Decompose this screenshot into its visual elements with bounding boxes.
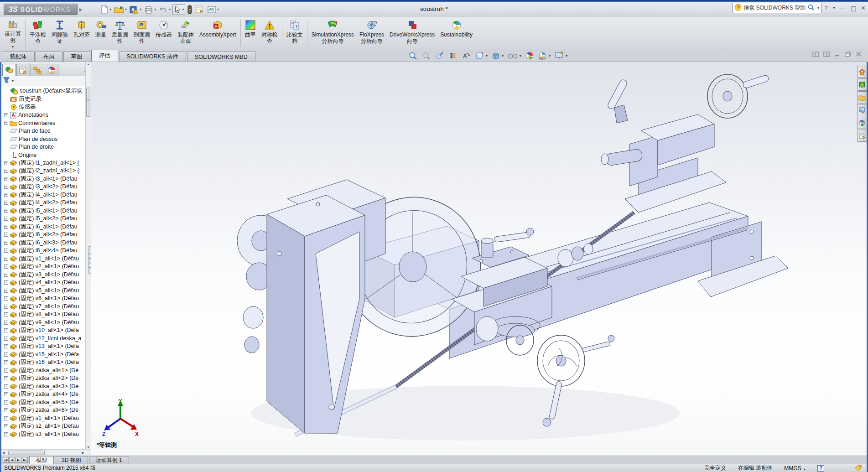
tree-item[interactable]: +(固定) v10_all<1> (Défa <box>1 327 91 335</box>
tree-item[interactable]: +(固定) v15_all<1> (Défa <box>1 351 91 359</box>
expand-icon[interactable]: + <box>4 273 8 277</box>
doc-minimize-icon[interactable] <box>834 52 841 58</box>
search-icon[interactable] <box>807 4 815 12</box>
tree-item[interactable]: +(固定) s3_all<1> (Défau <box>1 431 91 439</box>
expand-icon[interactable]: + <box>4 241 8 245</box>
status-help-icon[interactable]: ? <box>817 465 824 472</box>
options-list-icon[interactable]: ▾ <box>206 5 220 15</box>
tree-item[interactable]: +(固定) v2_all<1> (Défau <box>1 263 91 271</box>
floxpress-wizard-button[interactable]: FloXpress分析向导 <box>357 18 387 49</box>
tree-item[interactable]: 传感器 <box>1 103 91 111</box>
tree-item[interactable]: Plan de face <box>1 127 91 135</box>
search-input[interactable]: 搜索 SOLIDWORKS 帮助 <box>743 4 806 12</box>
expand-icon[interactable]: + <box>4 201 8 205</box>
tree-item[interactable]: +(固定) zátka_all<6> (Dé <box>1 406 91 415</box>
clearance-verify-button[interactable]: 间隙验证 <box>49 18 71 49</box>
tree-item[interactable]: +(固定) l3_all<2> (Défau <box>1 183 91 191</box>
design-study-button[interactable]: ⁋⁋设计算例▾ <box>2 18 24 49</box>
logo-expand-arrow[interactable]: ▶ <box>78 4 84 15</box>
status-units-selector[interactable]: MMGS ▴ <box>784 465 806 472</box>
tree-item[interactable]: +(固定) zátka_all<4> (Dé <box>1 390 91 399</box>
tab-布局[interactable]: 布局 <box>36 52 62 62</box>
tree-item[interactable]: +(固定) l6_all<2> (Défau <box>1 231 91 239</box>
tree-item[interactable]: +(固定) v13_all<1> (Défa <box>1 342 91 351</box>
tree-item[interactable]: +(固定) s2_all<1> (Défau <box>1 422 91 431</box>
compare-documents-button[interactable]: ?比较文档 <box>284 18 306 49</box>
expand-icon[interactable]: + <box>4 392 8 396</box>
tree-item[interactable]: +(固定) l6_all<3> (Défau <box>1 239 91 247</box>
maximize-button[interactable]: ▢ <box>850 5 856 12</box>
expand-icon[interactable]: + <box>4 353 8 357</box>
tree-item[interactable]: +(固定) l2_zadní_all<1> ( <box>1 167 91 175</box>
tree-item[interactable]: +AAnnotations <box>1 111 91 119</box>
zoom-selected-icon[interactable] <box>435 51 445 61</box>
tree-item[interactable]: +(固定) v4_all<1> (Défau <box>1 279 91 287</box>
tree-item[interactable]: +(固定) v1_all<1> (Défau <box>1 255 91 263</box>
search-box[interactable]: ? 搜索 SOLIDWORKS 帮助 ▾ <box>732 3 821 13</box>
tab-first-button[interactable]: |◀ <box>3 457 9 463</box>
expand-icon[interactable]: + <box>4 249 8 253</box>
tree-item[interactable]: +(固定) l3_all<1> (Défau <box>1 175 91 183</box>
tree-item[interactable]: +(固定) v8_all<1> (Défau <box>1 311 91 319</box>
tree-item[interactable]: +(固定) v7_all<1> (Défau <box>1 303 91 311</box>
driveworksxpress-wizard-button[interactable]: DriveWorksXpress向导 <box>387 18 437 49</box>
edit-appearance-icon[interactable] <box>525 51 534 61</box>
doc-prev-icon[interactable] <box>812 52 819 58</box>
section-view-icon[interactable] <box>448 51 458 61</box>
expand-icon[interactable]: + <box>4 416 8 420</box>
tree-root-item[interactable]: soustruh (Défaut<显示状 <box>1 87 91 95</box>
tree-item[interactable]: +(固定) l4_all<2> (Défau <box>1 199 91 207</box>
section-properties-button[interactable]: 剖面属性 <box>131 18 153 49</box>
help-caret-icon[interactable]: ▾ <box>833 6 835 10</box>
tab-草图[interactable]: 草图 <box>63 52 90 62</box>
expand-icon[interactable]: + <box>4 400 8 405</box>
panel-splitter-handle[interactable]: ◂◂◂◂ <box>88 246 91 274</box>
tab-装配体[interactable]: 装配体 <box>2 52 35 62</box>
doc-close-icon[interactable] <box>856 52 862 58</box>
tree-item[interactable]: +(固定) l6_all<4> (Défau <box>1 247 91 255</box>
apply-scene-icon[interactable]: ▾ <box>537 51 551 61</box>
tree-item[interactable]: +(固定) l6_all<1> (Défau <box>1 223 91 231</box>
tree-item[interactable]: +(固定) v12_lícní deska_a <box>1 335 91 343</box>
open-folder-icon[interactable]: ▾ <box>113 5 128 15</box>
tree-hscroll-thumb[interactable] <box>8 451 45 455</box>
interference-check-button[interactable]: 干涉检查 <box>27 18 49 49</box>
undo-icon[interactable]: ▾ <box>158 5 172 15</box>
tree-item[interactable]: +(固定) l5_all<1> (Défau <box>1 207 91 215</box>
curvature-button[interactable]: 曲率 <box>242 18 259 49</box>
expand-icon[interactable]: + <box>4 432 8 436</box>
doc-tab-运动算例 1[interactable]: 运动算例 1 <box>89 456 129 464</box>
close-button[interactable]: × <box>861 4 865 12</box>
view-settings-icon[interactable]: ▾ <box>554 51 568 61</box>
tree-item[interactable]: 历史记录 <box>1 95 91 104</box>
design-library-icon[interactable] <box>857 78 867 91</box>
graphics-viewport[interactable]: Y Z X *等轴测 <box>91 62 867 456</box>
expand-icon[interactable]: + <box>4 265 8 269</box>
tab-last-button[interactable]: ▶| <box>22 457 28 463</box>
tree-item[interactable]: +(固定) l4_all<1> (Défau <box>1 191 91 199</box>
view-orientation-icon[interactable]: ▾ <box>474 51 488 61</box>
tree-item[interactable]: +(固定) l5_all<2> (Défau <box>1 215 91 223</box>
expand-icon[interactable]: + <box>4 344 8 348</box>
hide-show-items-icon[interactable]: ▾ <box>507 51 522 60</box>
expand-icon[interactable]: + <box>4 185 8 189</box>
doc-restore-icon[interactable] <box>845 52 852 58</box>
expand-icon[interactable]: + <box>4 209 8 213</box>
select-arrow-icon[interactable]: ▾ <box>172 4 185 15</box>
doc-tab-3D 视图[interactable]: 3D 视图 <box>55 456 88 464</box>
doc-tab-模型[interactable]: 模型 <box>29 456 54 464</box>
expand-icon[interactable]: + <box>4 376 8 380</box>
tree-item[interactable]: +(固定) v5_all<1> (Défau <box>1 287 91 295</box>
assembly-visualization-button[interactable]: 装配体直观 <box>175 18 197 49</box>
zoom-fit-icon[interactable] <box>408 51 418 61</box>
measure-button[interactable]: 测量 <box>93 18 109 49</box>
custom-properties-icon[interactable] <box>857 130 867 142</box>
lathe-3d-model[interactable] <box>91 62 867 456</box>
tree-item[interactable]: Plan de droite <box>1 143 91 151</box>
expand-icon[interactable]: + <box>4 384 8 389</box>
tree-item[interactable]: +Commentaires <box>1 119 91 127</box>
appearances-icon[interactable] <box>857 117 867 129</box>
expand-icon[interactable]: + <box>4 296 8 301</box>
tab-prev-button[interactable]: ◀ <box>9 457 15 463</box>
simulationxpress-wizard-button[interactable]: SimulationXpress分析向导 <box>309 18 357 49</box>
